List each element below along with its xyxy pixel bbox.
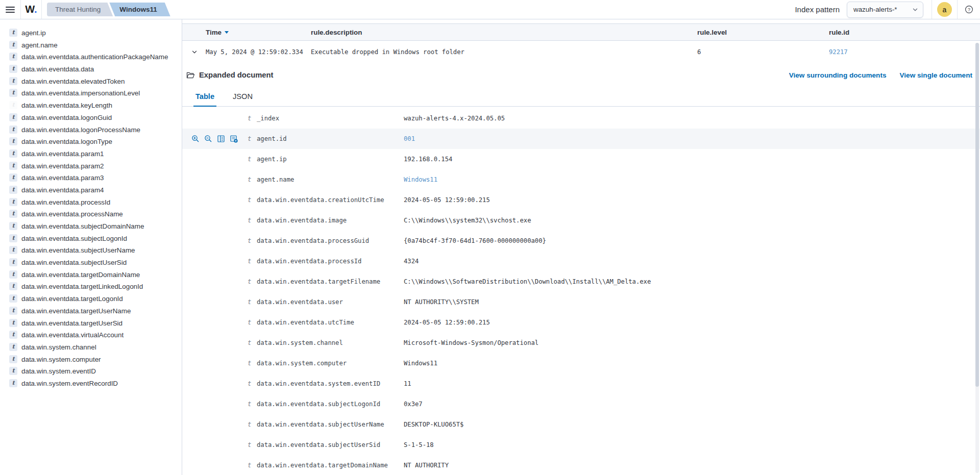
sidebar-field-item[interactable]: t data.​win.​eventdata.​keyLength [9,100,178,112]
wazuh-logo[interactable]: W. [21,4,41,15]
field-type-icon: t [248,441,257,448]
sidebar-field-item[interactable]: t data.​win.​eventdata.​param1 [9,148,178,161]
results-table-header: Time rule.description rule.level rule.id [182,23,980,41]
column-header-time[interactable]: Time [205,29,310,36]
doc-field-name: agent.id [257,135,404,142]
doc-field-value: S-1-5-18 [404,441,980,448]
sidebar-field-item[interactable]: t data.​win.​eventdata.​param2 [9,161,178,173]
sidebar-field-label: data.​win.​eventdata.​processId [21,197,110,208]
sidebar-field-item[interactable]: t data.​win.​eventdata.​authenticationPa… [9,52,178,64]
sidebar-field-item[interactable]: t data.​win.​eventdata.​logonGuid [9,112,178,124]
field-type-icon: t [248,401,257,408]
sidebar-field-item[interactable]: t data.​win.​eventdata.​logonType [9,136,178,148]
sidebar-field-item[interactable]: t agent.​name [9,40,178,52]
field-type-icon: t [9,331,17,339]
column-header-rule-level[interactable]: rule.level [696,29,828,36]
doc-field-name: data.win.eventdata.subjectUserName [257,421,404,428]
sidebar-field-item[interactable]: t data.​win.​system.​eventID [9,366,178,378]
sidebar-field-label: agent.​ip [21,28,46,38]
field-type-icon: t [9,137,17,145]
field-type-icon: t [9,29,17,37]
result-row: May 5, 2024 @ 12:59:02.334 Executable dr… [182,41,980,63]
sidebar-field-item[interactable]: t data.​win.​eventdata.​subjectLogonId [9,233,178,245]
view-single-document-link[interactable]: View single document [899,71,972,79]
filter-out-value-icon[interactable] [204,135,212,143]
sidebar-field-item[interactable]: t agent.​ip [9,28,178,40]
filter-for-value-icon[interactable] [191,135,200,143]
sidebar-field-item[interactable]: t data.​win.​eventdata.​subjectDomainNam… [9,221,178,233]
help-button[interactable]: ? [958,5,980,14]
sidebar-field-item[interactable]: t data.​win.​eventdata.​logonProcessName [9,124,178,137]
doc-field-row: t data.win.eventdata.subjectUserName DES… [182,414,980,435]
cell-rule-description: Executable dropped in Windows root folde… [310,48,696,56]
breadcrumb-windows11[interactable]: Windows11 [109,3,170,16]
field-type-icon: t [248,462,257,469]
sidebar-field-item[interactable]: t data.​win.​eventdata.​data [9,64,178,76]
column-header-rule-id[interactable]: rule.id [828,29,980,36]
sidebar-field-label: agent.​name [21,40,58,51]
user-avatar[interactable]: a [937,2,952,17]
sidebar-field-label: data.​win.​eventdata.​elevatedToken [21,76,125,87]
tab-table[interactable]: Table [193,92,216,107]
sidebar-field-item[interactable]: t data.​win.​eventdata.​processId [9,197,178,209]
doc-viewer-tabs: Table JSON [182,92,980,107]
sidebar-field-item[interactable]: t data.​win.​eventdata.​subjectUserName [9,245,178,257]
doc-field-name: data.win.eventdata.targetFilename [257,278,404,285]
divider [41,0,42,19]
collapse-row-button[interactable] [188,46,201,58]
sidebar-field-item[interactable]: t data.​win.​eventdata.​impersonationLev… [9,88,178,100]
field-type-icon: t [9,77,17,85]
doc-field-table: t _index wazuh-alerts-4.x-2024.05.05 [182,108,980,475]
sidebar-field-item[interactable]: t data.​win.​eventdata.​targetUserName [9,306,178,318]
toggle-column-icon[interactable] [217,135,225,143]
field-type-icon: t [9,113,17,121]
sidebar-field-item[interactable]: t data.​win.​eventdata.​targetUserSid [9,318,178,330]
sidebar-field-item[interactable]: t data.​win.​eventdata.​targetLinkedLogo… [9,281,178,293]
results-panel: Time rule.description rule.level rule.id… [182,19,980,475]
sidebar-field-item[interactable]: t data.​win.​system.​eventRecordID [9,378,178,390]
sidebar-field-item[interactable]: t data.​win.​eventdata.​processName [9,209,178,221]
sidebar-field-item[interactable]: t data.​win.​eventdata.​targetDomainName [9,269,178,282]
index-pattern-select[interactable]: wazuh-alerts-* [847,2,923,18]
tab-json[interactable]: JSON [231,92,255,106]
field-type-icon: t [9,270,17,279]
svg-text:?: ? [968,7,970,12]
field-type-icon: t [9,101,17,109]
doc-field-value[interactable]: 001 [404,135,980,142]
doc-field-name: data.win.eventdata.targetDomainName [257,462,404,469]
sidebar-field-item[interactable]: t data.​win.​eventdata.​param4 [9,185,178,197]
scrollbar-thumb[interactable] [975,43,979,387]
doc-field-row: t data.win.eventdata.targetDomainName NT… [182,455,980,475]
view-surrounding-documents-link[interactable]: View surrounding documents [789,71,887,79]
cell-time: May 5, 2024 @ 12:59:02.334 [205,48,310,56]
filter-for-field-present-icon[interactable] [230,135,238,143]
menu-button[interactable] [0,0,20,19]
sidebar-field-item[interactable]: t data.​win.​eventdata.​param3 [9,172,178,185]
doc-field-row: t data.win.eventdata.user NT AUTHORITY\\… [182,292,980,312]
doc-field-value: C:\\Windows\\SoftwareDistribution\\Downl… [404,278,980,285]
doc-field-row: t agent.id 001 [182,129,980,149]
sidebar-field-item[interactable]: t data.​win.​eventdata.​virtualAccount [9,330,178,342]
column-header-rule-description[interactable]: rule.description [310,29,696,36]
sidebar-field-label: data.​win.​eventdata.​logonProcessName [21,124,140,135]
doc-field-name: data.win.eventdata.subjectLogonId [257,401,404,408]
field-type-icon: t [9,149,17,158]
sidebar-field-item[interactable]: t data.​win.​eventdata.​subjectUserSid [9,257,178,269]
sidebar-field-item[interactable]: t data.​win.​eventdata.​elevatedToken [9,76,178,88]
sidebar-field-item[interactable]: t data.​win.​eventdata.​targetLogonId [9,293,178,306]
doc-field-row: t data.win.eventdata.targetFilename C:\\… [182,271,980,292]
doc-field-value[interactable]: Windows11 [404,176,980,183]
sort-descending-icon [225,31,229,34]
sidebar-field-label: data.​win.​eventdata.​targetUserName [21,306,131,316]
vertical-scrollbar[interactable] [975,43,979,473]
folder-open-icon [186,71,195,79]
doc-field-row: t agent.ip 192.168.0.154 [182,149,980,169]
sidebar-field-label: data.​win.​system.​eventID [21,366,96,377]
doc-field-value: Windows11 [404,360,980,367]
doc-field-row: t data.win.eventdata.processId 4324 [182,251,980,271]
breadcrumb-threat-hunting[interactable]: Threat Hunting [47,3,113,16]
cell-rule-id-link[interactable]: 92217 [828,48,980,56]
sidebar-field-item[interactable]: t data.​win.​system.​channel [9,342,178,354]
sidebar-field-item[interactable]: t data.​win.​system.​computer [9,354,178,366]
sidebar-field-label: data.​win.​eventdata.​processName [21,209,123,219]
